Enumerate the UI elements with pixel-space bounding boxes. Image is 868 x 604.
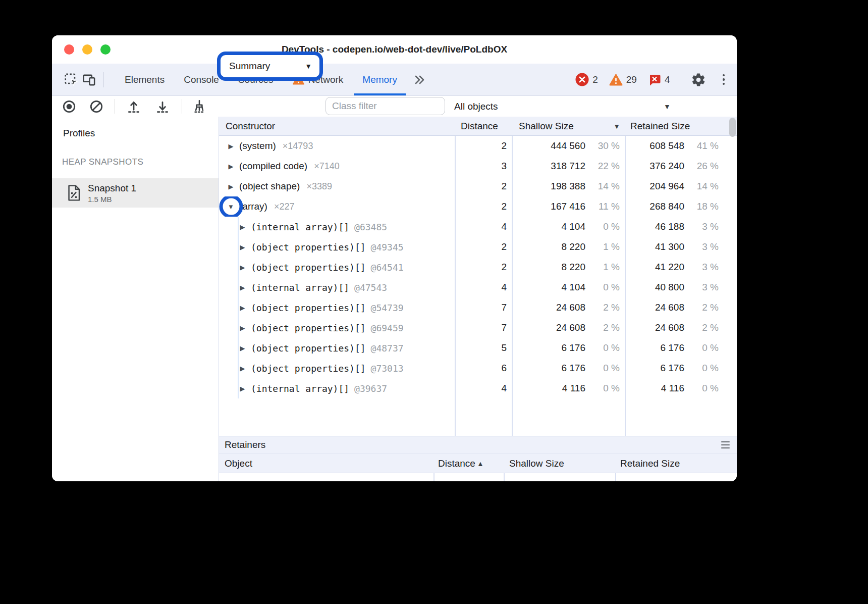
zoom-button[interactable] bbox=[100, 44, 111, 55]
profile-view-select[interactable]: Summary bbox=[221, 61, 319, 72]
table-row[interactable]: ▼(array)×2272167 41611 %268 84018 % bbox=[219, 196, 737, 217]
table-row[interactable]: ▶(object properties)[]@54739724 6082 %24… bbox=[219, 297, 737, 318]
device-toolbar-icon bbox=[82, 72, 97, 87]
object-scope-select[interactable]: All objects bbox=[454, 96, 498, 117]
expand-toggle-icon[interactable]: ▶ bbox=[239, 244, 246, 250]
column-header-distance[interactable]: Distance bbox=[433, 454, 504, 473]
shallow-size-percent: 2 % bbox=[585, 302, 620, 313]
shallow-size-percent: 1 % bbox=[585, 262, 620, 273]
warning-count-badge[interactable]: 29 bbox=[609, 74, 637, 86]
table-row[interactable]: ▶(object properties)[]@7301366 1760 %6 1… bbox=[219, 358, 737, 378]
issue-count-badge[interactable]: 4 bbox=[648, 73, 670, 86]
column-header-shallow-size[interactable]: Shallow Size bbox=[512, 117, 625, 135]
table-row[interactable]: ▶(system)×147932444 56030 %608 54841 % bbox=[219, 136, 737, 156]
heap-grid-rows: ▶(system)×147932444 56030 %608 54841 %▶(… bbox=[219, 136, 737, 436]
expand-toggle-icon[interactable]: ▶ bbox=[239, 224, 246, 230]
close-button[interactable] bbox=[64, 44, 74, 55]
column-header-retained-size[interactable]: Retained Size bbox=[625, 117, 737, 135]
class-filter-input[interactable] bbox=[326, 97, 445, 115]
error-count-badge[interactable]: 2 bbox=[575, 73, 598, 86]
constructor-cell: ▶(system)×14793 bbox=[219, 136, 455, 156]
tab-memory[interactable]: Memory bbox=[353, 64, 407, 95]
instance-count: ×14793 bbox=[283, 141, 313, 152]
column-header-retained-size[interactable]: Retained Size bbox=[615, 454, 737, 473]
retained-size-value: 46 188 bbox=[655, 221, 684, 232]
distance-cell: 2 bbox=[455, 257, 512, 277]
expand-toggle-icon[interactable]: ▶ bbox=[239, 325, 246, 331]
expand-toggle-icon[interactable]: ▶ bbox=[239, 264, 246, 271]
toolbar-separator bbox=[182, 99, 182, 114]
shallow-size-value: 8 220 bbox=[561, 241, 585, 253]
table-row[interactable]: ▶(object properties)[]@4873756 1760 %6 1… bbox=[219, 338, 737, 358]
table-row[interactable]: ▶(internal array)[]@6348544 1040 %46 188… bbox=[219, 217, 737, 237]
clear-profiles-button[interactable] bbox=[89, 99, 104, 114]
expand-toggle-icon[interactable]: ▶ bbox=[227, 163, 235, 170]
table-row[interactable]: ▶(object shape)×33892198 38814 %204 9641… bbox=[219, 176, 737, 196]
object-id: @39637 bbox=[354, 383, 387, 394]
toolbar-separator bbox=[103, 72, 104, 87]
delete-selected-profile-button[interactable] bbox=[192, 99, 207, 114]
shallow-size-percent: 0 % bbox=[585, 282, 620, 293]
retainers-grid-header: Object Distance Shallow Size Retained Si… bbox=[219, 454, 737, 473]
gear-icon bbox=[691, 72, 706, 87]
heap-snapshot-view: Constructor Distance Shallow Size Retain… bbox=[219, 117, 737, 481]
expand-toggle-icon[interactable]: ▶ bbox=[239, 305, 246, 311]
table-row[interactable]: ▶(object properties)[]@69459724 6082 %24… bbox=[219, 318, 737, 338]
retained-size-cell: 204 96414 % bbox=[625, 176, 737, 196]
shallow-size-percent: 0 % bbox=[585, 221, 620, 232]
tab-elements[interactable]: Elements bbox=[115, 64, 174, 95]
column-header-constructor[interactable]: Constructor bbox=[219, 117, 455, 135]
snapshot-item[interactable]: Snapshot 1 1.5 MB bbox=[52, 178, 219, 208]
constructor-cell: ▶(internal array)[]@63485 bbox=[219, 217, 455, 237]
column-header-shallow-size[interactable]: Shallow Size bbox=[504, 454, 615, 473]
object-id: @69459 bbox=[371, 323, 404, 333]
shallow-size-value: 24 608 bbox=[556, 302, 585, 313]
minimize-button[interactable] bbox=[82, 44, 92, 55]
collapse-toggle-icon[interactable]: ▼ bbox=[227, 204, 235, 210]
expand-toggle-icon[interactable]: ▶ bbox=[239, 345, 246, 351]
distance-cell: 2 bbox=[455, 176, 512, 196]
retainers-menu-button[interactable] bbox=[721, 441, 730, 449]
constructor-cell: ▶(object properties)[]@73013 bbox=[219, 358, 455, 378]
table-row[interactable]: ▶(object properties)[]@6454128 2201 %41 … bbox=[219, 257, 737, 277]
load-profile-button[interactable] bbox=[126, 99, 141, 114]
traffic-lights bbox=[64, 35, 111, 64]
table-row[interactable]: ▶(compiled code)×71403318 71222 %376 240… bbox=[219, 156, 737, 176]
retained-size-cell: 376 24026 % bbox=[625, 156, 737, 176]
instance-count: ×7140 bbox=[314, 161, 340, 172]
column-header-distance[interactable]: Distance bbox=[455, 117, 512, 135]
record-heap-snapshot-button[interactable] bbox=[62, 99, 77, 114]
settings-button[interactable] bbox=[689, 71, 708, 89]
main-menu-button[interactable] bbox=[718, 74, 730, 85]
constructor-name: (system) bbox=[239, 140, 276, 152]
expand-toggle-icon[interactable]: ▶ bbox=[227, 143, 235, 149]
constructor-cell: ▶(compiled code)×7140 bbox=[219, 156, 455, 176]
table-row[interactable]: ▶(internal array)[]@4754344 1040 %40 800… bbox=[219, 277, 737, 297]
expand-toggle-icon[interactable]: ▶ bbox=[239, 365, 246, 372]
column-header-object[interactable]: Object bbox=[219, 454, 433, 473]
inspect-element-button[interactable] bbox=[62, 71, 80, 89]
expand-toggle-icon[interactable]: ▶ bbox=[239, 284, 246, 291]
save-profile-button[interactable] bbox=[155, 99, 170, 114]
constructor-name: (internal array)[] bbox=[251, 222, 349, 232]
constructor-cell: ▶(object properties)[]@48737 bbox=[219, 338, 455, 358]
toggle-device-toolbar-button[interactable] bbox=[80, 71, 98, 89]
distance-cell: 5 bbox=[455, 338, 512, 358]
shallow-size-percent: 11 % bbox=[585, 201, 620, 212]
table-row[interactable]: ▶(internal array)[]@3963744 1160 %4 1160… bbox=[219, 378, 737, 398]
shallow-size-percent: 0 % bbox=[585, 342, 620, 354]
constructor-cell: ▶(object properties)[]@54739 bbox=[219, 297, 455, 318]
shallow-size-cell: 8 2201 % bbox=[512, 257, 625, 277]
distance-cell: 7 bbox=[455, 318, 512, 338]
distance-cell: 4 bbox=[455, 277, 512, 297]
expand-toggle-icon[interactable]: ▶ bbox=[239, 385, 246, 392]
table-row[interactable]: ▶(object properties)[]@4934528 2201 %41 … bbox=[219, 237, 737, 257]
chevron-down-icon[interactable] bbox=[664, 96, 671, 117]
shallow-size-value: 4 104 bbox=[561, 221, 585, 232]
constructor-name: (object properties)[] bbox=[251, 303, 366, 313]
expand-toggle-icon[interactable]: ▶ bbox=[227, 183, 235, 190]
retained-size-percent: 2 % bbox=[684, 302, 719, 313]
vertical-scrollbar-thumb[interactable] bbox=[729, 118, 736, 137]
object-id: @49345 bbox=[371, 242, 404, 253]
more-tabs-button[interactable] bbox=[407, 64, 432, 95]
